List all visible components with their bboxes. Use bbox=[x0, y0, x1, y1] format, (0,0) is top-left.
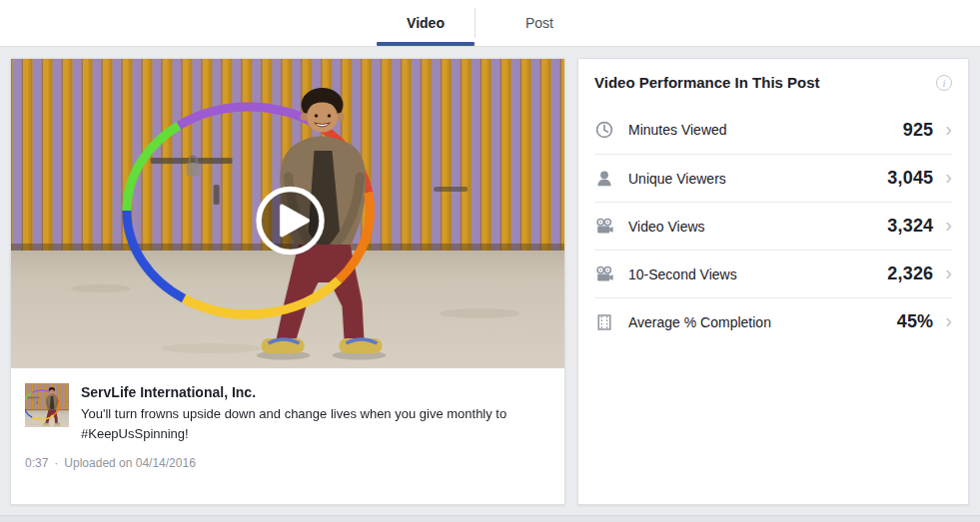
insights-screen: Video Post ServLife bbox=[0, 0, 980, 522]
performance-card: Video Performance In This Post i Minutes… bbox=[577, 58, 969, 505]
play-button[interactable] bbox=[259, 190, 322, 253]
post-description: You'll turn frowns upside down and chang… bbox=[81, 404, 548, 443]
upload-date: Uploaded on 04/14/2016 bbox=[64, 456, 195, 470]
film-icon bbox=[594, 312, 614, 332]
chevron-right-icon: › bbox=[945, 119, 952, 139]
tab-post[interactable]: Post bbox=[476, 0, 603, 46]
metric-label: 10-Second Views bbox=[628, 266, 737, 282]
performance-title: Video Performance In This Post bbox=[594, 74, 820, 91]
tab-bar: Video Post bbox=[0, 0, 980, 47]
tab-post-label: Post bbox=[525, 15, 553, 31]
metric-value: 3,324 bbox=[887, 216, 933, 237]
movie-camera-icon bbox=[594, 217, 614, 237]
active-tab-underline bbox=[377, 42, 475, 46]
page-name-link[interactable]: ServLife International, Inc. bbox=[81, 384, 548, 400]
post-meta: ServLife International, Inc. You'll turn… bbox=[11, 368, 564, 443]
chevron-right-icon: › bbox=[945, 310, 952, 330]
metrics-list: Minutes Viewed 925 › Unique Viewers 3,04… bbox=[594, 106, 952, 345]
metric-value: 45% bbox=[897, 311, 934, 332]
metric-label: Video Views bbox=[628, 219, 705, 235]
tab-video[interactable]: Video bbox=[377, 0, 475, 46]
metric-label: Unique Viewers bbox=[628, 171, 726, 187]
chevron-right-icon: › bbox=[945, 262, 952, 282]
metric-row[interactable]: Average % Completion 45% › bbox=[594, 297, 952, 345]
chevron-right-icon: › bbox=[945, 167, 952, 187]
tab-video-label: Video bbox=[407, 15, 445, 31]
metric-row[interactable]: Video Views 3,324 › bbox=[594, 202, 952, 250]
person-icon bbox=[594, 169, 614, 189]
metric-label: Average % Completion bbox=[628, 314, 771, 330]
chevron-right-icon: › bbox=[945, 215, 952, 235]
video-timestamp: 0:37 · Uploaded on 04/14/2016 bbox=[25, 456, 196, 470]
post-text-block: ServLife International, Inc. You'll turn… bbox=[81, 383, 548, 443]
performance-header: Video Performance In This Post i bbox=[594, 59, 952, 106]
video-thumbnail[interactable] bbox=[11, 59, 564, 368]
video-card: ServLife International, Inc. You'll turn… bbox=[10, 58, 565, 505]
info-icon[interactable]: i bbox=[936, 75, 952, 91]
dot-separator: · bbox=[54, 456, 58, 470]
page-avatar-image bbox=[25, 383, 69, 427]
video-duration: 0:37 bbox=[25, 456, 48, 470]
clock-icon bbox=[594, 120, 614, 140]
metric-row[interactable]: Minutes Viewed 925 › bbox=[594, 106, 952, 154]
video-scene-image bbox=[11, 59, 564, 368]
metric-row[interactable]: 10-Second Views 2,326 › bbox=[594, 250, 952, 297]
metric-row[interactable]: Unique Viewers 3,045 › bbox=[594, 154, 952, 202]
metric-value: 2,326 bbox=[887, 263, 933, 284]
page-avatar[interactable] bbox=[25, 383, 69, 427]
metric-label: Minutes Viewed bbox=[628, 122, 727, 138]
bottom-divider bbox=[0, 515, 980, 522]
metric-value: 925 bbox=[903, 120, 934, 141]
movie-camera-icon bbox=[594, 264, 614, 284]
metric-value: 3,045 bbox=[887, 168, 933, 189]
